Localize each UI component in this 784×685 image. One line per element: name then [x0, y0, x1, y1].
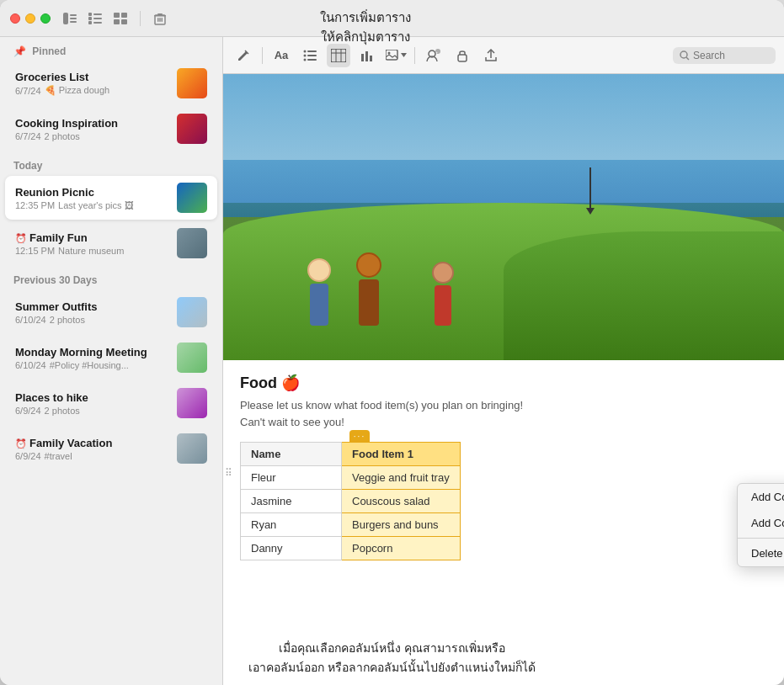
svg-point-22: [304, 54, 307, 56]
note-title: Summer Outfits: [15, 300, 170, 313]
table-row: Ryan Burgers and buns: [241, 513, 461, 537]
note-item-summer[interactable]: Summer Outfits 6/10/24 2 photos: [5, 290, 217, 334]
note-item-text: Reunion Picnic 12:35 PM Last year's pics…: [15, 186, 170, 210]
note-text-area: Food 🍎 Please let us know what food item…: [223, 360, 784, 586]
note-thumbnail: [177, 342, 207, 373]
table-cell-name: Jasmine: [241, 490, 342, 513]
note-thumbnail: [177, 228, 207, 258]
list-format-icon[interactable]: [298, 44, 322, 67]
note-meta: 12:15 PM Nature museum: [15, 246, 170, 256]
minimize-button[interactable]: [25, 13, 35, 24]
reminder-icon: ⏰: [15, 438, 29, 449]
note-thumbnail: [177, 297, 207, 327]
add-column-after-item[interactable]: Add Column After: [738, 510, 784, 536]
compose-icon[interactable]: [232, 44, 255, 67]
table-cell-food: Couscous salad: [342, 490, 461, 513]
photo-scene: [223, 74, 784, 360]
note-thumbnail: [177, 114, 207, 144]
note-item-monday[interactable]: Monday Morning Meeting 6/10/24 #Policy #…: [5, 336, 217, 380]
note-item-vacation[interactable]: ⏰ Family Vacation 6/9/24 #travel: [5, 427, 217, 470]
add-column-before-item[interactable]: Add Column Before: [738, 484, 784, 510]
table-cell-food: Burgers and buns: [342, 513, 461, 537]
note-item-reunion[interactable]: Reunion Picnic 12:35 PM Last year's pics…: [5, 176, 217, 220]
titlebar: [0, 0, 784, 37]
close-button[interactable]: [10, 13, 20, 24]
pinned-section-label: 📌 Pinned: [0, 37, 222, 61]
table-cell-name: Fleur: [241, 466, 342, 490]
note-item-text: Cooking Inspiration 6/7/24 2 photos: [15, 117, 170, 141]
grid-view-icon[interactable]: [111, 9, 130, 28]
titlebar-icons: [61, 9, 169, 28]
share-icon[interactable]: [479, 44, 503, 67]
svg-point-24: [304, 58, 307, 61]
photo-hill2: [504, 231, 784, 360]
note-item-text: Summer Outfits 6/10/24 2 photos: [15, 300, 170, 325]
table-icon[interactable]: [327, 44, 350, 67]
svg-rect-3: [70, 21, 77, 23]
note-item-text: Monday Morning Meeting 6/10/24 #Policy #…: [15, 346, 170, 370]
note-thumbnail: [177, 388, 207, 418]
chart-icon[interactable]: [355, 44, 379, 67]
delete-column-item[interactable]: Delete Column: [738, 540, 784, 566]
sidebar-toggle-icon[interactable]: [61, 9, 79, 28]
svg-rect-8: [88, 21, 92, 24]
note-title: Cooking Inspiration: [15, 117, 170, 130]
svg-rect-2: [70, 18, 77, 19]
maximize-button[interactable]: [40, 13, 51, 24]
svg-rect-0: [63, 13, 68, 24]
note-item-text: Places to hike 6/9/24 2 photos: [15, 391, 170, 416]
note-item-family-fun[interactable]: ⏰ Family Fun 12:15 PM Nature museum: [5, 221, 217, 265]
table-cell-name: Danny: [241, 537, 342, 560]
note-thumbnail: [177, 183, 207, 213]
note-meta: 6/10/24 #Policy #Housing...: [15, 360, 170, 370]
svg-rect-11: [121, 13, 127, 18]
callout-arrow-line: [589, 167, 591, 210]
svg-rect-18: [159, 18, 161, 22]
svg-rect-4: [88, 13, 92, 16]
svg-rect-16: [154, 15, 166, 17]
table-cell-food: Popcorn: [342, 537, 461, 560]
previous-section-label: Previous 30 Days: [0, 266, 222, 289]
note-item-text: ⏰ Family Vacation 6/9/24 #travel: [15, 437, 170, 461]
svg-rect-23: [307, 55, 317, 56]
note-editor: Aa: [223, 37, 784, 685]
column-handle[interactable]: ···: [349, 430, 370, 442]
list-view-icon[interactable]: [86, 9, 104, 28]
search-input[interactable]: [693, 50, 769, 61]
svg-rect-6: [88, 17, 92, 20]
note-item-places[interactable]: Places to hike 6/9/24 2 photos: [5, 381, 217, 425]
svg-rect-38: [458, 55, 467, 61]
svg-rect-26: [331, 49, 346, 62]
row-handle[interactable]: ⠿: [225, 467, 237, 479]
editor-toolbar: Aa: [223, 37, 784, 74]
table-cell-food: Veggie and fruit tray: [342, 466, 461, 490]
today-section-label: Today: [0, 151, 222, 175]
note-meta: 6/9/24 #travel: [15, 451, 170, 461]
svg-rect-17: [157, 18, 159, 22]
note-heading: Food 🍎: [240, 374, 767, 392]
svg-rect-15: [157, 13, 163, 15]
lock-icon[interactable]: [451, 44, 474, 67]
svg-rect-7: [93, 18, 102, 19]
note-meta: 6/7/24 2 photos: [15, 131, 170, 141]
font-icon[interactable]: Aa: [269, 44, 293, 67]
note-item-cooking[interactable]: Cooking Inspiration 6/7/24 2 photos: [5, 107, 217, 151]
note-item-text: Groceries List 6/7/24 🍕 Pizza dough: [15, 71, 170, 96]
table-col2-header: Food Item 1: [342, 443, 461, 466]
trash-icon[interactable]: [151, 9, 169, 28]
table-col1-header: Name: [241, 443, 342, 466]
collaborate-icon[interactable]: +: [422, 44, 445, 67]
sidebar: 📌 Pinned Groceries List 6/7/24 🍕 Pizza d…: [0, 37, 223, 685]
note-thumbnail: [177, 68, 207, 98]
search-box[interactable]: [673, 47, 776, 64]
note-title: ⏰ Family Fun: [15, 231, 170, 244]
svg-rect-21: [307, 50, 317, 52]
note-item-groceries[interactable]: Groceries List 6/7/24 🍕 Pizza dough: [5, 61, 217, 105]
media-icon[interactable]: [384, 44, 408, 67]
svg-text:+: +: [435, 50, 438, 55]
svg-rect-31: [365, 51, 368, 61]
note-item-text: ⏰ Family Fun 12:15 PM Nature museum: [15, 231, 170, 256]
note-title: Reunion Picnic: [15, 186, 170, 199]
note-thumbnail: [177, 433, 207, 464]
note-photo: [223, 74, 784, 360]
